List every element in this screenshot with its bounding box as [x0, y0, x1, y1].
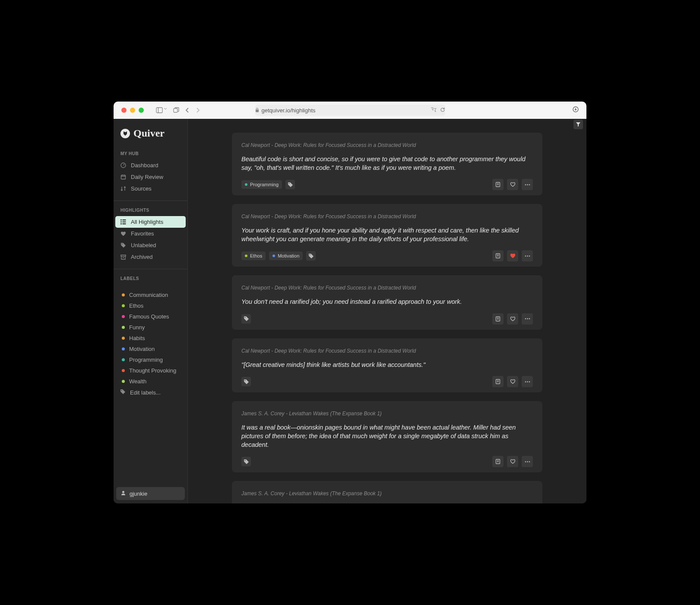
- window-close[interactable]: [121, 108, 127, 113]
- label-color-dot: [122, 304, 125, 307]
- label-color-dot: [122, 293, 125, 296]
- add-tag-button[interactable]: [241, 377, 251, 386]
- favorite-button[interactable]: [507, 456, 518, 467]
- tag-ethos[interactable]: Ethos: [241, 252, 266, 260]
- label-famous-quotes[interactable]: Famous Quotes: [114, 311, 187, 322]
- favorite-button[interactable]: [507, 313, 518, 325]
- window-maximize[interactable]: [139, 108, 144, 113]
- svg-point-23: [529, 184, 530, 185]
- filter-button[interactable]: [573, 120, 583, 129]
- tag-dot: [245, 255, 247, 257]
- sidebar-toggle-icon[interactable]: [156, 107, 167, 113]
- label-ethos[interactable]: Ethos: [114, 300, 187, 311]
- nav-daily-review[interactable]: Daily Review: [114, 171, 187, 183]
- highlight-text: Beautiful code is short and concise, so …: [241, 155, 533, 172]
- sort-icon: [120, 186, 127, 191]
- label-motivation[interactable]: Motivation: [114, 344, 187, 354]
- label-color-dot: [122, 337, 125, 340]
- label-communication[interactable]: Communication: [114, 290, 187, 300]
- label-name: Wealth: [129, 378, 146, 385]
- highlight-source: Cal Newport - Deep Work: Rules for Focus…: [241, 285, 533, 291]
- note-button[interactable]: [492, 179, 504, 190]
- label-color-dot: [122, 369, 125, 372]
- more-button[interactable]: [522, 376, 533, 387]
- nav-archived[interactable]: Archived: [114, 251, 187, 263]
- section-label-labels: LABELS: [114, 274, 187, 284]
- label-habits[interactable]: Habits: [114, 333, 187, 344]
- add-tag-button[interactable]: [241, 314, 251, 324]
- tag-dot: [245, 183, 247, 186]
- svg-point-33: [525, 318, 526, 320]
- gauge-icon: [120, 162, 127, 168]
- highlight-card: Cal Newport - Deep Work: Rules for Focus…: [232, 204, 542, 267]
- more-button[interactable]: [522, 250, 533, 261]
- label-thought-provoking[interactable]: Thought Provoking: [114, 365, 187, 376]
- section-label-highlights: HIGHLIGHTS: [114, 206, 187, 216]
- highlight-card: Cal Newport - Deep Work: Rules for Focus…: [232, 133, 542, 195]
- edit-labels[interactable]: Edit labels...: [114, 387, 187, 398]
- browser-back-icon[interactable]: [185, 108, 190, 113]
- highlight-source: Cal Newport - Deep Work: Rules for Focus…: [241, 142, 533, 148]
- favorite-button[interactable]: [507, 179, 518, 190]
- tag-icon: [120, 389, 126, 396]
- calendar-icon: [120, 174, 127, 180]
- tag-icon: [120, 242, 127, 248]
- note-button[interactable]: [492, 376, 504, 387]
- sidebar: Quiver MY HUB DashboardDaily ReviewSourc…: [114, 119, 188, 503]
- note-button[interactable]: [492, 313, 504, 325]
- nav-sources[interactable]: Sources: [114, 183, 187, 194]
- nav-label: All Highlights: [131, 219, 163, 225]
- add-tag-button[interactable]: [241, 457, 251, 466]
- nav-all-highlights[interactable]: All Highlights: [115, 216, 186, 228]
- svg-point-34: [527, 318, 528, 320]
- highlight-source: Cal Newport - Deep Work: Rules for Focus…: [241, 213, 533, 220]
- label-funny[interactable]: Funny: [114, 322, 187, 333]
- label-name: Communication: [129, 292, 168, 298]
- favorite-button[interactable]: [507, 376, 518, 387]
- more-button[interactable]: [522, 456, 533, 467]
- download-icon[interactable]: [573, 106, 579, 114]
- svg-rect-6: [121, 175, 126, 179]
- nav-unlabeled[interactable]: Unlabeled: [114, 239, 187, 251]
- label-color-dot: [122, 315, 125, 318]
- add-tag-button[interactable]: [285, 180, 295, 189]
- note-button[interactable]: [492, 456, 504, 467]
- svg-rect-2: [174, 108, 177, 112]
- browser-url-bar[interactable]: getquiver.io/highlights: [255, 105, 445, 116]
- nav-favorites[interactable]: Favorites: [114, 228, 187, 239]
- label-programming[interactable]: Programming: [114, 354, 187, 365]
- highlight-text: It was a real book—onionskin pages bound…: [241, 424, 533, 449]
- svg-rect-10: [120, 220, 122, 220]
- label-color-dot: [122, 380, 125, 383]
- highlight-source: James S. A. Corey - Leviathan Wakes (The…: [241, 411, 533, 417]
- svg-point-41: [529, 381, 530, 382]
- highlight-card: Cal Newport - Deep Work: Rules for Focus…: [232, 275, 542, 330]
- tag-motivation[interactable]: Motivation: [269, 252, 303, 260]
- highlight-card: James S. A. Corey - Leviathan Wakes (The…: [232, 481, 542, 503]
- browser-titlebar: getquiver.io/highlights: [114, 102, 586, 119]
- browser-forward-icon[interactable]: [196, 108, 200, 113]
- refresh-icon[interactable]: [440, 107, 445, 114]
- svg-point-27: [525, 255, 526, 257]
- window-minimize[interactable]: [130, 108, 135, 113]
- user-menu[interactable]: gjunkie: [116, 487, 185, 500]
- label-wealth[interactable]: Wealth: [114, 376, 187, 387]
- highlight-text: Your work is craft, and if you hone your…: [241, 226, 533, 243]
- svg-point-29: [529, 255, 530, 257]
- svg-rect-16: [121, 255, 126, 256]
- tabs-icon[interactable]: [173, 107, 179, 113]
- section-label-hub: MY HUB: [114, 150, 187, 159]
- username: gjunkie: [130, 490, 147, 497]
- favorite-button[interactable]: [507, 250, 518, 261]
- add-tag-button[interactable]: [306, 251, 316, 261]
- nav-dashboard[interactable]: Dashboard: [114, 159, 187, 171]
- note-button[interactable]: [492, 250, 504, 261]
- more-button[interactable]: [522, 179, 533, 190]
- label-name: Ethos: [129, 302, 143, 309]
- user-icon: [120, 490, 126, 497]
- more-button[interactable]: [522, 313, 533, 325]
- tag-programming[interactable]: Programming: [241, 180, 282, 189]
- highlight-card: James S. A. Corey - Leviathan Wakes (The…: [232, 401, 542, 472]
- translate-icon[interactable]: [431, 107, 437, 114]
- svg-point-46: [527, 461, 528, 462]
